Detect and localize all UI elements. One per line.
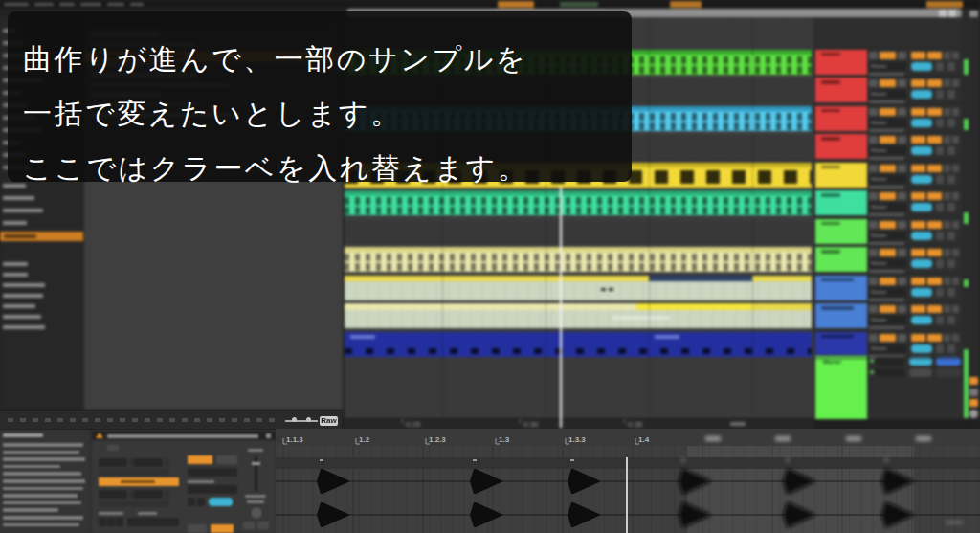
- footer-tick: [120, 418, 125, 422]
- footer-tick: [132, 418, 138, 422]
- info-text-line: [3, 516, 83, 520]
- signature-chip[interactable]: [116, 518, 123, 526]
- groove-select[interactable]: [127, 518, 179, 526]
- transient-marker[interactable]: [786, 459, 790, 461]
- info-text-line: [3, 501, 81, 505]
- footer-tick: [70, 418, 76, 422]
- footer-tick: [269, 418, 275, 422]
- preserve-label: [188, 480, 214, 483]
- mini-chip[interactable]: [197, 498, 205, 506]
- transients-select[interactable]: [188, 485, 237, 494]
- clip-box-tab[interactable]: [107, 445, 119, 451]
- footer-tick: [45, 418, 51, 422]
- footer-tick: [82, 418, 88, 422]
- signature-chip[interactable]: [107, 518, 115, 526]
- warp-mode-select[interactable]: [188, 468, 237, 477]
- caption-line: 曲作りが進んで、一部のサンプルを: [23, 40, 527, 79]
- ghost-field: [99, 469, 169, 476]
- info-view: [0, 430, 89, 533]
- position-readout-blurred: [946, 521, 963, 524]
- beat-ruler-label-blurred: [916, 436, 931, 441]
- footer-tick: [20, 418, 26, 422]
- caption-overlay: 曲作りが進んで、一部のサンプルを 一括で変えたいとします。 ここではクラーベを入…: [8, 11, 632, 182]
- start-end-field[interactable]: [134, 458, 163, 467]
- footer-tick: [207, 418, 212, 422]
- sample-editor[interactable]: 1.1.31.21.2.31.31.3.31.4: [276, 429, 980, 533]
- beat-ruler-label-blurred: [705, 436, 721, 441]
- signature-label: [99, 512, 123, 515]
- info-text-line: [3, 457, 85, 461]
- footer-tick: [33, 418, 38, 422]
- footer-tick: [256, 418, 262, 422]
- transient-marker[interactable]: [320, 459, 323, 461]
- gain-slider-handle[interactable]: [252, 462, 260, 465]
- close-icon[interactable]: [266, 433, 271, 438]
- transient-marker[interactable]: [884, 459, 888, 461]
- beat-ruler-label: 1.3: [499, 435, 510, 444]
- follow-button[interactable]: [216, 455, 237, 464]
- beat-ruler-label-blurred: [775, 436, 791, 441]
- footer-tick: [157, 418, 163, 422]
- beat-ruler[interactable]: [276, 429, 980, 446]
- signature-chip[interactable]: [99, 518, 106, 526]
- ableton-live-window: 0:250:300:35 MasterMasterMasterMasterMas…: [0, 0, 980, 533]
- caption-line: ここではクラーベを入れ替えます。: [23, 149, 528, 189]
- info-text-line: [3, 472, 81, 476]
- footer-tick: [95, 418, 100, 422]
- info-text-line: [3, 465, 60, 469]
- warning-triangle-icon: [96, 433, 103, 438]
- warp-button[interactable]: [188, 455, 212, 464]
- field-stepper[interactable]: [165, 458, 169, 467]
- ghost-field: [99, 500, 169, 507]
- footer-tick: [107, 418, 113, 422]
- gain-value-text: [247, 500, 264, 503]
- footer-tick: [57, 418, 63, 422]
- footer-tick: [244, 418, 250, 422]
- zoom-slider-track[interactable]: [285, 420, 318, 422]
- transient-marker[interactable]: [681, 459, 685, 461]
- footer-tick: [145, 418, 150, 422]
- position-length-field[interactable]: [99, 490, 127, 499]
- gain-label: [248, 449, 263, 452]
- marker-strip[interactable]: [276, 457, 980, 469]
- footer-tick: [169, 418, 175, 422]
- clip-properties-panel: [92, 430, 276, 533]
- bpm-field[interactable]: [209, 498, 233, 506]
- raw-toggle-chip[interactable]: Raw: [320, 416, 338, 426]
- zoom-slider-knob[interactable]: [292, 417, 297, 422]
- info-text-line: [3, 451, 79, 455]
- transient-marker[interactable]: [570, 459, 574, 461]
- info-text-line: [3, 487, 83, 491]
- double-button[interactable]: [211, 524, 234, 533]
- clip-name-text: [107, 434, 258, 438]
- info-text-line: [3, 508, 58, 512]
- beat-ruler-label: 1.3.3: [568, 435, 586, 444]
- beat-ruler-label: 1.1.3: [286, 435, 303, 444]
- footer-tick: [194, 418, 200, 422]
- info-text-line: [3, 523, 79, 527]
- footer-tick: [232, 418, 237, 422]
- beat-ruler-label: 1.2.3: [429, 435, 446, 444]
- zoom-slider-knob[interactable]: [306, 417, 311, 422]
- beat-ruler-label: 1.2: [359, 435, 370, 444]
- half-button[interactable]: [188, 524, 207, 533]
- info-title: [3, 433, 43, 437]
- footer-tick: [219, 418, 225, 422]
- info-text-line: [3, 494, 78, 498]
- nudge-back-button[interactable]: [243, 522, 255, 529]
- beat-ruler-label: 1.4: [638, 435, 650, 444]
- start-end-field[interactable]: [99, 458, 127, 467]
- info-text-line: [3, 443, 83, 447]
- loop-button-text: [121, 480, 155, 483]
- footer-tick: [8, 418, 13, 422]
- transpose-knob[interactable]: [250, 506, 263, 520]
- footer-tick: [182, 418, 188, 422]
- browser-footer-bar: [0, 410, 342, 430]
- nudge-fwd-button[interactable]: [257, 522, 269, 529]
- field-stepper[interactable]: [165, 490, 169, 499]
- position-length-field[interactable]: [134, 490, 163, 499]
- beat-ruler-label-blurred: [846, 436, 861, 441]
- transient-marker[interactable]: [473, 459, 477, 461]
- mini-chip[interactable]: [188, 498, 195, 506]
- groove-label: [138, 512, 157, 515]
